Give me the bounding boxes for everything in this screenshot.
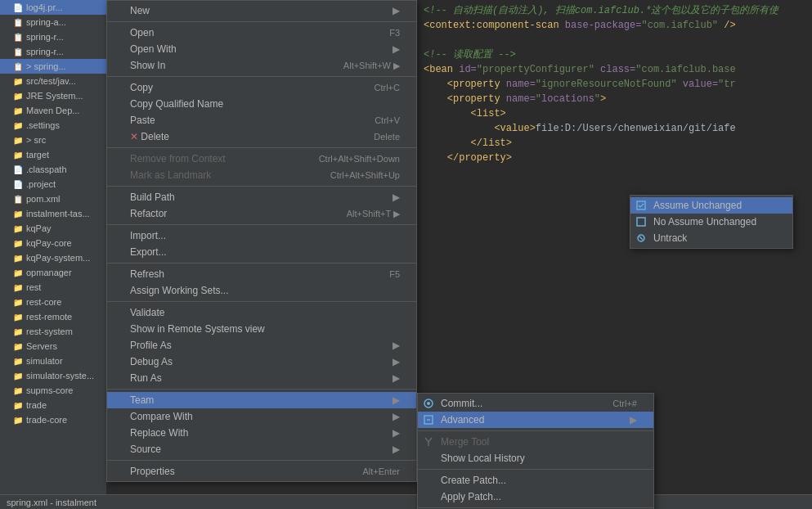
menu-item-paste[interactable]: Paste Ctrl+V xyxy=(107,112,416,128)
sidebar-item-target[interactable]: 📁 target xyxy=(0,147,106,162)
menu-item-import[interactable]: Import... xyxy=(107,227,416,244)
sidebar-item-servers[interactable]: 📁 Servers xyxy=(0,339,106,354)
sidebar-item-rest-system[interactable]: 📁 rest-system xyxy=(0,324,106,339)
menu-item-commit[interactable]: Commit... Ctrl+# xyxy=(418,395,653,412)
menu-item-source[interactable]: Source ▶ xyxy=(107,441,416,457)
file-icon: 📄 xyxy=(13,180,23,189)
menu-item-new[interactable]: New ▶ xyxy=(107,2,416,19)
xml-icon: 📋 xyxy=(13,18,23,27)
menu-item-copy-qualified[interactable]: Copy Qualified Name xyxy=(107,96,416,112)
menu-label-open: Open xyxy=(130,27,154,38)
menu-item-copy[interactable]: Copy Ctrl+C xyxy=(107,79,416,96)
folder-icon: 📁 xyxy=(13,298,23,307)
separator xyxy=(107,301,416,302)
separator xyxy=(107,76,416,77)
menu-item-run-as[interactable]: Run As ▶ xyxy=(107,370,416,386)
sidebar-item-spring-r1[interactable]: 📋 spring-r... xyxy=(0,29,106,44)
menu-item-debug-as[interactable]: Debug As ▶ xyxy=(107,354,416,370)
xml-icon: 📋 xyxy=(13,62,23,71)
file-icon: 📄 xyxy=(13,3,23,12)
menu-item-open-with[interactable]: Open With ▶ xyxy=(107,41,416,57)
sidebar-item-rest[interactable]: 📁 rest xyxy=(0,280,106,295)
sidebar-item-spring-a[interactable]: 📋 spring-a... xyxy=(0,15,106,29)
sidebar-item-opmanager[interactable]: 📁 opmanager xyxy=(0,265,106,280)
sidebar-item-kqpay-core[interactable]: 📁 kqPay-core xyxy=(0,236,106,250)
assume-unchanged-icon xyxy=(635,200,647,211)
folder-icon: 📁 xyxy=(13,239,23,248)
sidebar-item-log4j[interactable]: 📄 log4j.pr... xyxy=(0,0,106,15)
sidebar-item-jre[interactable]: 📁 JRE System... xyxy=(0,88,106,103)
menu-label-refactor: Refactor xyxy=(130,208,167,219)
folder-icon: 📁 xyxy=(13,92,23,101)
code-line-6: <property name="ignoreResourceNotFound" … xyxy=(424,77,805,92)
context-menu-team: Commit... Ctrl+# Advanced ▶ Merge Tool S… xyxy=(417,393,654,509)
sidebar-item-trade[interactable]: 📁 trade xyxy=(0,398,106,412)
menu-item-validate[interactable]: Validate xyxy=(107,304,416,321)
menu-label-validate: Validate xyxy=(130,307,164,318)
menu-item-working-sets[interactable]: Assign Working Sets... xyxy=(107,282,416,299)
menu-item-show-remote[interactable]: Show in Remote Systems view xyxy=(107,321,416,337)
sidebar-item-spring-r2[interactable]: 📋 spring-r... xyxy=(0,44,106,59)
status-bar: spring.xml - instalment xyxy=(0,494,812,509)
status-bar-text: spring.xml - instalment xyxy=(7,498,96,507)
arrow-icon: ▶ xyxy=(393,5,400,16)
shortcut-commit: Ctrl+# xyxy=(596,399,637,408)
sidebar-item-simulator[interactable]: 📁 simulator xyxy=(0,354,106,368)
menu-item-profile-as[interactable]: Profile As ▶ xyxy=(107,337,416,354)
sidebar-item-classpath[interactable]: 📄 .classpath xyxy=(0,162,106,177)
menu-item-build-path[interactable]: Build Path ▶ xyxy=(107,189,416,205)
sidebar-item-instalment[interactable]: 📁 instalment-tas... xyxy=(0,206,106,221)
sidebar-item-rest-remote[interactable]: 📁 rest-remote xyxy=(0,309,106,324)
menu-item-refactor[interactable]: Refactor Alt+Shift+T ▶ xyxy=(107,205,416,222)
sidebar-item-spring-selected[interactable]: 📋 > spring... xyxy=(0,59,106,74)
menu-item-apply-patch[interactable]: Apply Patch... xyxy=(418,489,653,505)
sidebar-item-rest-core[interactable]: 📁 rest-core xyxy=(0,295,106,309)
sidebar-item-trade-core[interactable]: 📁 trade-core xyxy=(0,412,106,427)
menu-item-merge-tool[interactable]: Merge Tool xyxy=(418,434,653,450)
folder-icon: 📁 xyxy=(13,283,23,292)
code-line-4: <!-- 读取配置 --> xyxy=(424,47,805,62)
sidebar-item-maven[interactable]: 📁 Maven Dep... xyxy=(0,103,106,118)
menu-item-show-in[interactable]: Show In Alt+Shift+W ▶ xyxy=(107,57,416,74)
shortcut-open: F3 xyxy=(373,28,400,38)
sidebar-item-pom[interactable]: 📋 pom.xml xyxy=(0,191,106,206)
menu-item-create-patch[interactable]: Create Patch... xyxy=(418,472,653,489)
sidebar-item-src[interactable]: 📁 > src xyxy=(0,133,106,147)
menu-item-refresh[interactable]: Refresh F5 xyxy=(107,266,416,282)
menu-item-assume-unchanged[interactable]: Assume Unchanged xyxy=(630,197,792,214)
sidebar-item-simulator-sys[interactable]: 📁 simulator-syste... xyxy=(0,368,106,383)
xml-icon: 📋 xyxy=(13,195,23,204)
sidebar-item-supms[interactable]: 📁 supms-core xyxy=(0,383,106,398)
menu-label-apply-patch: Apply Patch... xyxy=(441,491,501,502)
menu-item-untrack[interactable]: Untrack xyxy=(630,230,792,246)
code-line-1: <!-- 自动扫描(自动注入), 扫描com.iafclub.*这个包以及它的子… xyxy=(424,3,805,18)
code-line-11: </property> xyxy=(424,151,805,165)
folder-icon: 📁 xyxy=(13,106,23,115)
delete-icon: ✕ xyxy=(130,131,138,142)
menu-label-working-sets: Assign Working Sets... xyxy=(130,285,229,296)
menu-label-show-in: Show In xyxy=(130,60,165,71)
sidebar-item-src-test[interactable]: 📁 src/test/jav... xyxy=(0,74,106,88)
menu-item-show-local-history[interactable]: Show Local History xyxy=(418,450,653,466)
menu-label-copy-qualified: Copy Qualified Name xyxy=(130,98,223,110)
menu-item-mark-landmark[interactable]: Mark as Landmark Ctrl+Alt+Shift+Up xyxy=(107,167,416,183)
menu-item-compare-with[interactable]: Compare With ▶ xyxy=(107,408,416,425)
menu-item-remove-context[interactable]: Remove from Context Ctrl+Alt+Shift+Down xyxy=(107,151,416,167)
menu-item-no-assume-unchanged[interactable]: No Assume Unchanged xyxy=(630,214,792,230)
menu-item-delete[interactable]: ✕ Delete Delete xyxy=(107,128,416,145)
file-icon: 📄 xyxy=(13,165,23,174)
sidebar-item-project[interactable]: 📄 .project xyxy=(0,177,106,191)
menu-item-team[interactable]: Team ▶ xyxy=(107,392,416,408)
menu-label-replace-with: Replace With xyxy=(130,427,188,439)
menu-item-advanced[interactable]: Advanced ▶ xyxy=(418,412,653,428)
sidebar-item-kqpay-system[interactable]: 📁 kqPay-system... xyxy=(0,250,106,265)
sidebar-item-settings[interactable]: 📁 .settings xyxy=(0,118,106,133)
no-assume-unchanged-icon xyxy=(635,216,647,227)
menu-label-compare-with: Compare With xyxy=(130,411,193,422)
menu-item-properties[interactable]: Properties Alt+Enter xyxy=(107,463,416,480)
menu-item-export[interactable]: Export... xyxy=(107,244,416,260)
menu-item-open[interactable]: Open F3 xyxy=(107,25,416,41)
untrack-icon xyxy=(635,232,647,244)
menu-item-replace-with[interactable]: Replace With ▶ xyxy=(107,425,416,441)
sidebar-item-kqpay[interactable]: 📁 kqPay xyxy=(0,221,106,236)
